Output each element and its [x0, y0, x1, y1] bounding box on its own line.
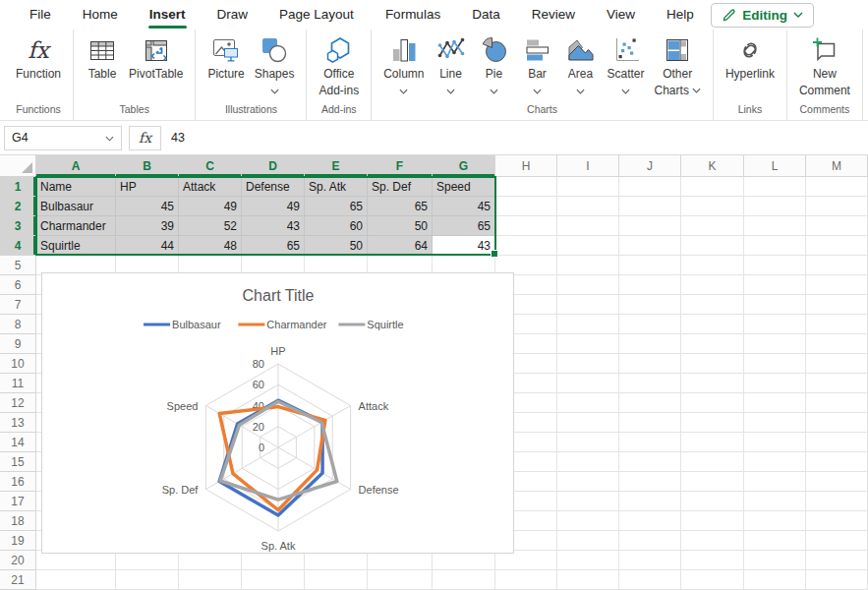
- cell-D3[interactable]: 43: [242, 216, 305, 236]
- cell-M21[interactable]: [806, 570, 868, 590]
- cell-M19[interactable]: [806, 531, 868, 551]
- cell-M20[interactable]: [806, 551, 868, 570]
- col-header-F[interactable]: F: [368, 155, 433, 177]
- cell-K3[interactable]: [681, 216, 744, 236]
- menu-tab-draw[interactable]: Draw: [202, 0, 264, 30]
- pivottable-button[interactable]: PivotTable: [124, 30, 188, 83]
- formula-input[interactable]: 43: [161, 126, 868, 150]
- cell-G2[interactable]: 45: [433, 197, 495, 216]
- cell-M18[interactable]: [806, 511, 868, 531]
- cell-F2[interactable]: 65: [368, 197, 433, 216]
- cell-J7[interactable]: [619, 295, 681, 315]
- cell-M12[interactable]: [806, 393, 868, 413]
- cell-J12[interactable]: [619, 393, 681, 413]
- cell-A4[interactable]: Squirtle: [36, 236, 116, 256]
- cell-J3[interactable]: [619, 216, 681, 236]
- cell-K10[interactable]: [681, 354, 744, 374]
- col-header-I[interactable]: I: [557, 155, 619, 177]
- cell-J18[interactable]: [619, 511, 681, 531]
- cell-E20[interactable]: [305, 551, 368, 570]
- cell-A20[interactable]: [36, 551, 116, 570]
- cell-G4[interactable]: 43: [433, 236, 495, 256]
- cell-J9[interactable]: [619, 334, 681, 354]
- cell-H3[interactable]: [495, 216, 557, 236]
- cell-F21[interactable]: [368, 570, 433, 590]
- cell-K7[interactable]: [681, 295, 744, 315]
- cell-M8[interactable]: [806, 315, 868, 334]
- cell-M17[interactable]: [806, 492, 868, 511]
- cell-J4[interactable]: [619, 236, 681, 256]
- col-header-H[interactable]: H: [495, 155, 557, 177]
- cell-G3[interactable]: 65: [433, 216, 495, 236]
- cell-E1[interactable]: Sp. Atk: [305, 177, 368, 197]
- col-header-G[interactable]: G: [433, 155, 495, 177]
- cell-I15[interactable]: [557, 452, 619, 472]
- cell-G20[interactable]: [433, 551, 495, 570]
- cell-M9[interactable]: [806, 334, 868, 354]
- cell-M7[interactable]: [806, 295, 868, 315]
- cell-K5[interactable]: [681, 256, 744, 275]
- row-header-15[interactable]: 15: [0, 452, 36, 472]
- cell-M15[interactable]: [806, 452, 868, 472]
- cell-B2[interactable]: 45: [116, 197, 179, 216]
- picture-button[interactable]: Picture: [203, 30, 249, 83]
- cell-B21[interactable]: [116, 570, 179, 590]
- cell-K18[interactable]: [681, 511, 744, 531]
- cell-K16[interactable]: [681, 472, 744, 492]
- cell-I17[interactable]: [557, 492, 619, 511]
- cell-M10[interactable]: [806, 354, 868, 374]
- cell-E2[interactable]: 65: [305, 197, 368, 216]
- row-header-9[interactable]: 9: [0, 334, 36, 354]
- cell-I5[interactable]: [557, 256, 619, 275]
- row-header-16[interactable]: 16: [0, 472, 36, 492]
- col-header-M[interactable]: M: [806, 155, 868, 177]
- menu-tab-review[interactable]: Review: [516, 0, 591, 30]
- cell-B4[interactable]: 44: [116, 236, 179, 256]
- cell-C2[interactable]: 49: [179, 197, 242, 216]
- col-header-E[interactable]: E: [305, 155, 368, 177]
- cell-L11[interactable]: [744, 374, 806, 393]
- bar-button[interactable]: Bar: [516, 30, 559, 99]
- cell-M4[interactable]: [806, 236, 868, 256]
- cell-L6[interactable]: [744, 275, 806, 295]
- cell-F4[interactable]: 64: [368, 236, 433, 256]
- cell-I7[interactable]: [557, 295, 619, 315]
- cell-I19[interactable]: [557, 531, 619, 551]
- col-header-B[interactable]: B: [116, 155, 179, 177]
- cell-I8[interactable]: [557, 315, 619, 334]
- menu-tab-file[interactable]: File: [14, 0, 67, 30]
- cell-B3[interactable]: 39: [116, 216, 179, 236]
- cell-A21[interactable]: [36, 570, 116, 590]
- cell-E4[interactable]: 50: [305, 236, 368, 256]
- cell-M1[interactable]: [806, 177, 868, 197]
- cell-I14[interactable]: [557, 433, 619, 452]
- cell-I20[interactable]: [557, 551, 619, 570]
- row-header-5[interactable]: 5: [0, 256, 36, 275]
- cell-J10[interactable]: [619, 354, 681, 374]
- hyperlink-button[interactable]: Hyperlink: [721, 30, 780, 83]
- cell-K15[interactable]: [681, 452, 744, 472]
- cell-L3[interactable]: [744, 216, 806, 236]
- row-header-19[interactable]: 19: [0, 531, 36, 551]
- pie-button[interactable]: Pie: [473, 30, 516, 99]
- cell-J14[interactable]: [619, 433, 681, 452]
- other-charts-button[interactable]: OtherCharts: [650, 30, 706, 98]
- row-header-2[interactable]: 2: [0, 197, 36, 216]
- menu-tab-view[interactable]: View: [591, 0, 651, 30]
- menu-tab-home[interactable]: Home: [67, 0, 134, 30]
- cell-K11[interactable]: [681, 374, 744, 393]
- menu-tab-formulas[interactable]: Formulas: [370, 0, 456, 30]
- cell-L17[interactable]: [744, 492, 806, 511]
- row-header-3[interactable]: 3: [0, 216, 36, 236]
- table-button[interactable]: Table: [81, 30, 124, 83]
- menu-tab-page-layout[interactable]: Page Layout: [263, 0, 370, 30]
- radar-chart-object[interactable]: Chart TitleBulbasaurCharmanderSquirtle02…: [41, 272, 514, 554]
- cell-J19[interactable]: [619, 531, 681, 551]
- cell-H20[interactable]: [495, 551, 557, 570]
- cell-H1[interactable]: [495, 177, 557, 197]
- cell-I18[interactable]: [557, 511, 619, 531]
- cell-A3[interactable]: Charmander: [36, 216, 116, 236]
- row-header-14[interactable]: 14: [0, 433, 36, 452]
- col-header-K[interactable]: K: [681, 155, 744, 177]
- cell-J6[interactable]: [619, 275, 681, 295]
